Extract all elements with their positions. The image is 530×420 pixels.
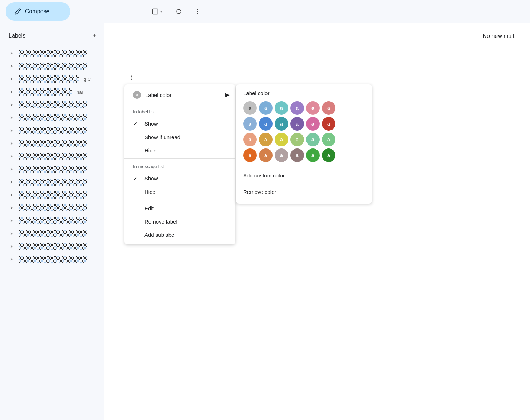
more-options-button[interactable] <box>191 5 204 18</box>
color-swatch[interactable]: a <box>243 117 257 131</box>
color-swatch[interactable]: a <box>275 101 288 115</box>
label-arrow-icon <box>9 50 14 56</box>
color-swatch[interactable]: a <box>275 148 288 162</box>
add-label-button[interactable]: + <box>91 30 98 41</box>
menu-divider-1 <box>124 104 235 104</box>
label-options-button[interactable] <box>125 72 138 84</box>
color-swatch[interactable]: a <box>306 101 320 115</box>
label-arrow-icon <box>9 218 14 224</box>
refresh-icon <box>175 8 182 15</box>
color-swatch[interactable]: a <box>322 148 335 162</box>
add-sublabel-item[interactable]: Add sublabel <box>124 228 235 241</box>
color-swatch[interactable]: a <box>306 148 320 162</box>
list-item[interactable] <box>0 163 104 176</box>
list-item[interactable] <box>0 227 104 240</box>
list-item[interactable]: g C <box>0 73 104 86</box>
edit-label-item[interactable]: Edit <box>124 202 235 215</box>
add-custom-color-button[interactable]: Add custom color <box>243 168 365 181</box>
color-swatch[interactable]: a <box>259 117 273 131</box>
edit-text: Edit <box>144 205 154 211</box>
refresh-button[interactable] <box>172 5 185 18</box>
message-list-show-item[interactable]: ✓ Show <box>124 171 235 185</box>
label-text-pixelated <box>19 166 87 173</box>
more-vert-icon <box>194 8 201 15</box>
color-swatch[interactable]: a <box>322 133 335 146</box>
label-list-show-item[interactable]: ✓ Show <box>124 117 235 131</box>
sidebar: Labels + g C nai <box>0 23 104 420</box>
label-text-pixelated <box>19 217 87 224</box>
label-text-pixelated <box>19 127 87 134</box>
list-item[interactable]: nai <box>0 86 104 98</box>
label-text-pixelated <box>19 204 87 211</box>
color-swatch[interactable]: a <box>275 117 288 131</box>
remove-label-item[interactable]: Remove label <box>124 215 235 228</box>
color-swatch[interactable]: a <box>259 133 273 146</box>
color-swatch[interactable]: a <box>306 117 320 131</box>
list-item[interactable] <box>0 150 104 163</box>
menu-divider-3 <box>124 200 235 200</box>
color-swatch[interactable]: a <box>259 101 273 115</box>
menu-divider-2 <box>124 158 235 159</box>
label-text-pixelated <box>19 191 87 199</box>
label-arrow-icon <box>9 231 14 236</box>
label-list-hide-text: Hide <box>144 147 156 153</box>
svg-rect-0 <box>153 9 158 14</box>
label-color-menu-item[interactable]: a Label color ▶ <box>124 87 235 102</box>
svg-point-3 <box>197 13 198 14</box>
list-item[interactable] <box>0 124 104 137</box>
remove-color-button[interactable]: Remove color <box>243 185 365 198</box>
label-arrow-icon <box>9 115 14 121</box>
color-swatch[interactable]: a <box>290 101 304 115</box>
checkbox-icon <box>152 8 159 15</box>
label-arrow-icon <box>9 102 14 108</box>
compose-button[interactable]: Compose <box>6 2 70 21</box>
select-all-button[interactable] <box>149 5 167 18</box>
color-swatch[interactable]: a <box>290 133 304 146</box>
label-text-pixelated <box>19 101 87 108</box>
svg-point-2 <box>197 11 198 12</box>
submenu-divider-2 <box>243 183 365 183</box>
list-item[interactable] <box>0 111 104 124</box>
toolbar-actions <box>149 5 204 18</box>
label-text-pixelated <box>19 153 87 160</box>
label-list-show-if-unread-item[interactable]: Show if unread <box>124 131 235 144</box>
label-arrow-icon <box>9 89 14 95</box>
color-swatch[interactable]: a <box>290 148 304 162</box>
message-list-show-text: Show <box>144 175 158 181</box>
message-list-hide-item[interactable]: Hide <box>124 185 235 199</box>
list-item[interactable] <box>0 253 104 266</box>
color-swatch[interactable]: a <box>243 133 257 146</box>
list-item[interactable] <box>0 240 104 253</box>
list-item[interactable] <box>0 98 104 111</box>
label-arrow-icon <box>9 205 14 211</box>
list-item[interactable] <box>0 47 104 60</box>
svg-point-6 <box>131 79 132 80</box>
message-list-hide-text: Hide <box>144 189 156 195</box>
color-swatch[interactable]: a <box>259 148 273 162</box>
color-swatch[interactable]: a <box>322 117 335 131</box>
sidebar-labels-list: g C nai <box>0 47 104 266</box>
compose-label: Compose <box>25 8 49 15</box>
label-color-text: Label color <box>145 92 171 98</box>
color-swatch[interactable]: a <box>306 133 320 146</box>
color-swatch[interactable]: a <box>243 101 257 115</box>
list-item[interactable] <box>0 137 104 150</box>
labels-header: Labels + <box>0 27 104 44</box>
checkmark-icon: ✓ <box>133 175 140 182</box>
list-item[interactable] <box>0 214 104 227</box>
no-new-mail-text: No new mail! <box>109 29 524 44</box>
label-text-pixelated <box>19 50 87 57</box>
color-swatch[interactable]: a <box>290 117 304 131</box>
list-item[interactable] <box>0 176 104 189</box>
color-swatch[interactable]: a <box>322 101 335 115</box>
remove-label-text: Remove label <box>144 219 177 225</box>
color-swatch[interactable]: a <box>243 148 257 162</box>
color-swatch[interactable]: a <box>275 133 288 146</box>
list-item[interactable] <box>0 201 104 214</box>
label-arrow-icon <box>9 244 14 249</box>
list-item[interactable] <box>0 189 104 201</box>
label-arrow-icon <box>9 141 14 146</box>
label-list-hide-item[interactable]: Hide <box>124 144 235 157</box>
list-item[interactable] <box>0 60 104 73</box>
label-arrow-icon <box>9 166 14 172</box>
